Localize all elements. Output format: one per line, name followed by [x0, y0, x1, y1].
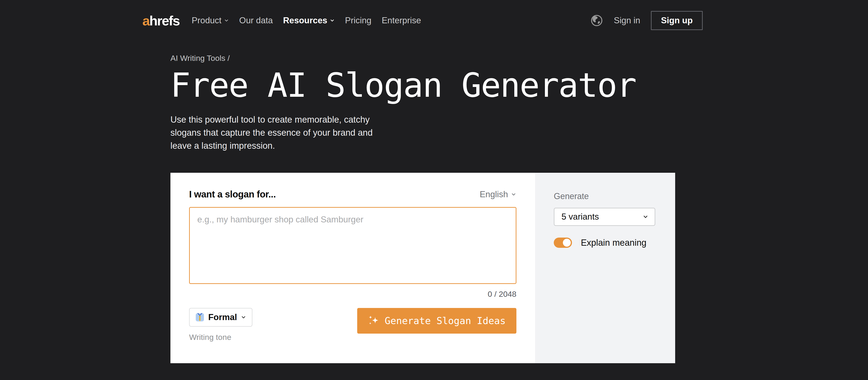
top-nav: ahrefs Product Our data Resources Pricin… — [0, 0, 868, 41]
hero-section: AI Writing Tools / Free AI Slogan Genera… — [170, 41, 684, 152]
explain-meaning-toggle[interactable] — [554, 238, 572, 248]
generate-options-label: Generate — [554, 192, 655, 201]
character-counter: 0 / 2048 — [189, 289, 517, 299]
language-globe-icon[interactable] — [590, 14, 603, 27]
ahrefs-logo[interactable]: ahrefs — [143, 13, 180, 29]
variants-select[interactable]: 5 variants — [554, 208, 655, 226]
tone-caption: Writing tone — [189, 333, 252, 342]
nav-right-cluster: Sign in Sign up — [590, 11, 703, 30]
nav-item-enterprise[interactable]: Enterprise — [382, 15, 421, 25]
writing-tone-select[interactable]: Formal — [189, 308, 252, 326]
options-panel: Generate 5 variants Explain meaning — [535, 173, 675, 363]
necktie-emoji-icon — [195, 313, 205, 322]
explain-meaning-label: Explain meaning — [581, 238, 646, 248]
logo-accent: a — [143, 13, 149, 29]
generate-slogans-button[interactable]: Generate Slogan Ideas — [357, 308, 517, 334]
explain-meaning-row: Explain meaning — [554, 238, 655, 248]
chevron-down-icon — [241, 314, 246, 320]
toggle-knob — [563, 239, 571, 247]
page-title: Free AI Slogan Generator — [170, 68, 684, 103]
tone-group: Formal Writing tone — [189, 308, 252, 342]
slogan-input-label: I want a slogan for... — [189, 189, 276, 200]
nav-item-pricing[interactable]: Pricing — [345, 15, 371, 25]
chevron-down-icon — [643, 214, 649, 220]
sign-in-link[interactable]: Sign in — [614, 15, 640, 25]
logo-rest: hrefs — [149, 13, 180, 29]
chevron-down-icon — [224, 18, 229, 23]
sparkles-icon — [368, 315, 379, 326]
slogan-description-input[interactable] — [189, 207, 517, 284]
chevron-down-icon — [511, 192, 517, 197]
nav-item-resources[interactable]: Resources — [283, 15, 335, 25]
sign-up-button[interactable]: Sign up — [651, 11, 703, 30]
page-description: Use this powerful tool to create memorab… — [170, 113, 384, 152]
slogan-generator-card: I want a slogan for... English 0 / 2048 — [170, 173, 675, 363]
slogan-form: I want a slogan for... English 0 / 2048 — [170, 173, 535, 363]
primary-nav: Product Our data Resources Pricing Enter… — [192, 15, 421, 25]
main-content: AI Writing Tools / Free AI Slogan Genera… — [0, 41, 868, 363]
nav-item-our-data[interactable]: Our data — [239, 15, 273, 25]
language-select[interactable]: English — [480, 189, 517, 199]
breadcrumb[interactable]: AI Writing Tools / — [170, 54, 230, 63]
chevron-down-icon — [330, 18, 335, 23]
nav-item-product[interactable]: Product — [192, 15, 229, 25]
